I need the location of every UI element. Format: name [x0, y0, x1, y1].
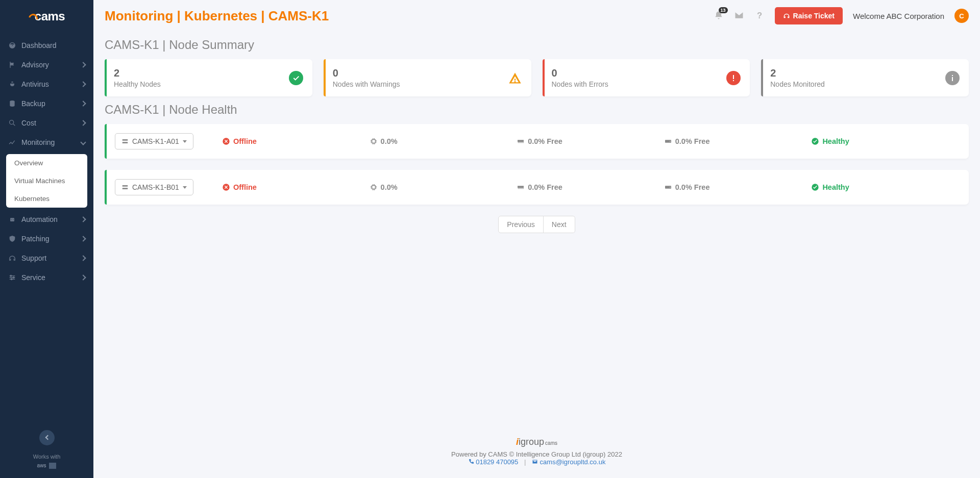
- aws-badge: aws: [37, 463, 57, 469]
- node-dropdown-button[interactable]: CAMS-K1-B01: [115, 179, 193, 195]
- node-memory: 0.0% Free: [517, 183, 562, 191]
- card-accent: [761, 59, 763, 96]
- node-health: Healthy: [811, 137, 849, 145]
- sidebar-item-label: Automation: [21, 215, 58, 223]
- offline-icon: [222, 183, 230, 191]
- caret-down-icon: [183, 186, 187, 189]
- next-button[interactable]: Next: [544, 216, 575, 233]
- memory-icon: [517, 183, 525, 191]
- sidebar-item-advisory[interactable]: Advisory: [0, 55, 93, 74]
- submenu-virtual-machines[interactable]: Virtual Machines: [6, 172, 87, 190]
- card-nodes-errors: 0 Nodes with Errors: [543, 59, 750, 96]
- card-accent: [543, 59, 545, 96]
- chevron-right-icon: [80, 216, 86, 222]
- submenu-overview[interactable]: Overview: [6, 154, 87, 172]
- footer-brand: iigroupcams: [106, 437, 968, 447]
- submenu-kubernetes[interactable]: Kubernetes: [6, 190, 87, 208]
- svg-rect-22: [122, 188, 128, 189]
- sidebar-item-patching[interactable]: Patching: [0, 229, 93, 248]
- shield-icon: [8, 235, 16, 243]
- footer-brand-text: igroup: [519, 437, 544, 447]
- node-dropdown-button[interactable]: CAMS-K1-A01: [115, 133, 193, 149]
- chevron-right-icon: [80, 120, 86, 125]
- node-row: CAMS-K1-A01 Offline 0.0% 0.0% Free: [105, 124, 969, 159]
- node-cpu-text: 0.0%: [381, 183, 398, 191]
- svg-point-3: [11, 219, 11, 220]
- svg-point-6: [13, 277, 14, 279]
- node-memory: 0.0% Free: [517, 137, 562, 145]
- sidebar-item-monitoring[interactable]: Monitoring: [0, 133, 93, 152]
- node-disk-text: 0.0% Free: [675, 137, 710, 145]
- svg-rect-11: [952, 75, 953, 76]
- headset-icon: [783, 12, 790, 19]
- robot-icon: [8, 215, 16, 223]
- sidebar-item-label: Advisory: [21, 61, 49, 69]
- sidebar-item-antivirus[interactable]: Antivirus: [0, 74, 93, 94]
- chevron-right-icon: [80, 81, 86, 87]
- node-memory-text: 0.0% Free: [528, 137, 562, 145]
- sidebar-item-dashboard[interactable]: Dashboard: [0, 36, 93, 55]
- svg-point-4: [13, 219, 13, 220]
- health-title: CAMS-K1 | Node Health: [105, 103, 969, 117]
- avatar[interactable]: C: [954, 9, 969, 23]
- svg-rect-24: [372, 186, 375, 189]
- sidebar-item-service[interactable]: Service: [0, 268, 93, 287]
- check-circle-icon: [811, 137, 819, 145]
- database-icon: [8, 99, 16, 108]
- summary-cards: 2 Healthy Nodes 0 Nodes with Warnings: [105, 59, 969, 96]
- raise-ticket-button[interactable]: Raise Ticket: [775, 7, 843, 24]
- card-value: 2: [770, 67, 945, 79]
- svg-rect-25: [518, 186, 524, 188]
- chevron-right-icon: [80, 274, 86, 280]
- previous-button[interactable]: Previous: [498, 216, 543, 233]
- svg-rect-16: [372, 140, 375, 143]
- svg-rect-12: [952, 77, 953, 81]
- sidebar-item-automation[interactable]: Automation: [0, 210, 93, 229]
- logo[interactable]: cams: [0, 0, 93, 33]
- sidebar-item-support[interactable]: Support: [0, 248, 93, 268]
- chevron-right-icon: [80, 255, 86, 261]
- footer-phone-link[interactable]: 01829 470095: [468, 458, 520, 466]
- sidebar-footer: Works with aws: [0, 421, 93, 479]
- error-circle-icon: [726, 71, 741, 85]
- chevron-left-icon: [45, 435, 50, 440]
- topbar: Monitoring | Kubernetes | CAMS-K1 13 ? R…: [93, 0, 980, 24]
- cpu-icon: [370, 183, 378, 191]
- bug-icon: [8, 80, 16, 88]
- node-name: CAMS-K1-B01: [132, 183, 179, 191]
- content: CAMS-K1 | Node Summary 2 Healthy Nodes: [93, 24, 980, 424]
- sidebar-item-label: Patching: [21, 235, 49, 243]
- sidebar-item-cost[interactable]: Cost: [0, 113, 93, 133]
- footer-brand-suffix: cams: [545, 440, 557, 446]
- sidebar-item-label: Backup: [21, 99, 45, 108]
- pagination: Previous Next: [105, 216, 969, 233]
- sidebar-item-label: Cost: [21, 119, 36, 127]
- collapse-sidebar-button[interactable]: [39, 430, 55, 445]
- node-health: Healthy: [811, 183, 849, 191]
- card-label: Healthy Nodes: [114, 80, 289, 88]
- svg-rect-13: [122, 139, 128, 141]
- help-button[interactable]: ?: [754, 10, 765, 22]
- server-icon: [121, 138, 129, 145]
- messages-button[interactable]: [734, 10, 744, 22]
- summary-title: CAMS-K1 | Node Summary: [105, 38, 969, 52]
- node-disk: 0.0% Free: [664, 183, 710, 191]
- footer: iigroupcams Powered by CAMS © Intelligen…: [93, 424, 980, 478]
- sidebar-item-backup[interactable]: Backup: [0, 94, 93, 113]
- card-value: 0: [333, 67, 508, 79]
- disk-icon: [664, 183, 672, 191]
- footer-separator: |: [524, 458, 526, 466]
- notifications-button[interactable]: 13: [714, 10, 724, 22]
- chart-line-icon: [8, 138, 16, 146]
- node-status: Offline: [222, 137, 257, 145]
- footer-email-link[interactable]: cams@igroupltd.co.uk: [532, 458, 605, 466]
- svg-rect-21: [122, 185, 128, 187]
- card-label: Nodes with Errors: [552, 80, 727, 88]
- card-value: 2: [114, 67, 289, 79]
- sidebar-item-label: Support: [21, 254, 46, 262]
- offline-icon: [222, 137, 230, 145]
- card-label: Nodes Monitored: [770, 80, 945, 88]
- card-healthy-nodes: 2 Healthy Nodes: [105, 59, 312, 96]
- cpu-icon: [370, 137, 378, 145]
- warning-triangle-icon: [508, 71, 522, 85]
